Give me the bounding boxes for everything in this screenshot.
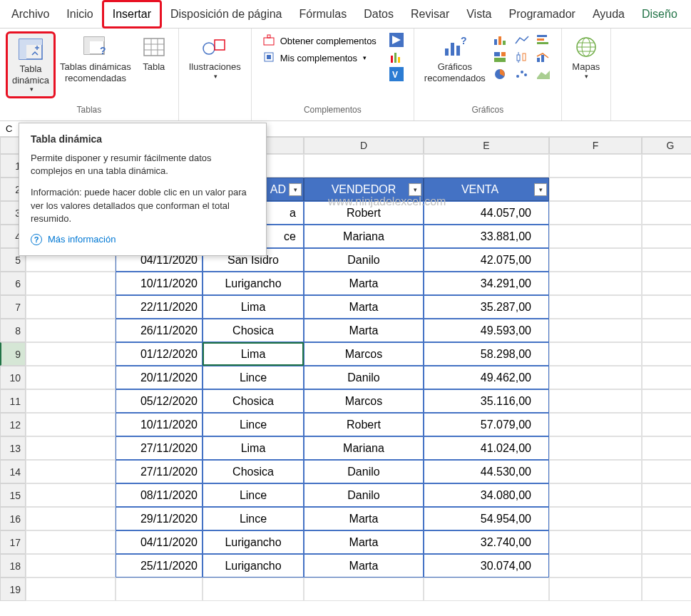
cell-A18[interactable] <box>26 554 116 578</box>
cell-A10[interactable] <box>26 366 116 389</box>
menu-programador[interactable]: Programador <box>501 2 584 26</box>
cell-G14[interactable] <box>642 460 691 483</box>
cell-G15[interactable] <box>642 483 691 507</box>
menu-revisar[interactable]: Revisar <box>402 2 458 26</box>
visio-icon[interactable]: V <box>389 67 405 83</box>
cell-F1[interactable] <box>549 154 642 178</box>
cell-A7[interactable] <box>26 295 116 319</box>
row-header-11[interactable]: 11 <box>0 389 26 413</box>
recommended-charts-button[interactable]: ? Gráficos recomendados <box>420 31 490 86</box>
cell-G13[interactable] <box>642 436 691 460</box>
cell-F2[interactable] <box>549 178 642 201</box>
cell-venta[interactable]: 30.074,00 <box>424 554 549 578</box>
cell-venta[interactable]: 49.462,00 <box>424 366 549 389</box>
cell-ciudad[interactable]: Lima <box>203 342 304 366</box>
cell-vendedor[interactable]: Mariana <box>304 225 424 248</box>
cell-F14[interactable] <box>549 460 642 483</box>
cell-venta[interactable]: 35.116,00 <box>424 389 549 413</box>
cell-A6[interactable] <box>26 272 116 295</box>
cell-F17[interactable] <box>549 530 642 554</box>
cell-A14[interactable] <box>26 460 116 483</box>
cell-vendedor[interactable]: Marta <box>304 319 424 342</box>
cell-ciudad[interactable]: Chosica <box>203 460 304 483</box>
cell-ciudad[interactable]: Lince <box>203 413 304 436</box>
row-header-16[interactable]: 16 <box>0 507 26 530</box>
row-header-12[interactable]: 12 <box>0 413 26 436</box>
cell-C19[interactable] <box>203 578 304 601</box>
cell-venta[interactable]: 42.075,00 <box>424 248 549 272</box>
cell-G1[interactable] <box>642 154 691 178</box>
cell-venta[interactable]: 58.298,00 <box>424 342 549 366</box>
cell-vendedor[interactable]: Danilo <box>304 460 424 483</box>
pie-chart-icon[interactable] <box>491 67 510 81</box>
row-header-14[interactable]: 14 <box>0 460 26 483</box>
cell-F7[interactable] <box>549 295 642 319</box>
cell-vendedor[interactable]: Danilo <box>304 248 424 272</box>
cell-fecha[interactable]: 22/11/2020 <box>116 295 203 319</box>
cell-F9[interactable] <box>549 342 642 366</box>
combo-chart-icon[interactable] <box>534 50 553 64</box>
cell-F11[interactable] <box>549 389 642 413</box>
cell-ciudad[interactable]: Lima <box>203 436 304 460</box>
menu-datos[interactable]: Datos <box>355 2 402 26</box>
cell-G9[interactable] <box>642 342 691 366</box>
row-header-13[interactable]: 13 <box>0 436 26 460</box>
pivot-table-button[interactable]: Tabla dinámica▾ <box>6 31 56 98</box>
col-header-G[interactable]: G <box>642 137 691 154</box>
cell-venta[interactable]: 35.287,00 <box>424 295 549 319</box>
cell-fecha[interactable]: 27/11/2020 <box>116 460 203 483</box>
col-header-E[interactable]: E <box>424 137 549 154</box>
cell-B19[interactable] <box>116 578 203 601</box>
cell-vendedor[interactable]: Marcos <box>304 389 424 413</box>
cell-vendedor[interactable]: Marta <box>304 507 424 530</box>
cell-venta[interactable]: 44.530,00 <box>424 460 549 483</box>
row-header-6[interactable]: 6 <box>0 272 26 295</box>
row-header-17[interactable]: 17 <box>0 530 26 554</box>
cell-venta[interactable]: 34.291,00 <box>424 272 549 295</box>
cell-G18[interactable] <box>642 554 691 578</box>
cell-A8[interactable] <box>26 319 116 342</box>
cell-vendedor[interactable]: Danilo <box>304 366 424 389</box>
illustrations-button[interactable]: Ilustraciones ▾ <box>185 31 245 83</box>
get-addins-button[interactable]: Obtener complementos <box>260 33 379 48</box>
menu-vista[interactable]: Vista <box>458 2 500 26</box>
cell-fecha[interactable]: 10/11/2020 <box>116 413 203 436</box>
menu-disposicion[interactable]: Disposición de página <box>162 2 291 26</box>
row-header-19[interactable]: 19 <box>0 578 26 601</box>
cell-E19[interactable] <box>424 578 549 601</box>
cell-vendedor[interactable]: Marta <box>304 272 424 295</box>
surface-chart-icon[interactable] <box>534 67 553 81</box>
cell-G12[interactable] <box>642 413 691 436</box>
cell-D1[interactable] <box>304 154 424 178</box>
menu-insertar[interactable]: Insertar <box>102 0 162 29</box>
table-header-venta[interactable]: VENTA▾ <box>424 178 549 201</box>
cell-A13[interactable] <box>26 436 116 460</box>
cell-fecha[interactable]: 29/11/2020 <box>116 507 203 530</box>
cell-fecha[interactable]: 04/11/2020 <box>116 530 203 554</box>
row-header-9[interactable]: 9 <box>0 342 26 366</box>
cell-A11[interactable] <box>26 389 116 413</box>
hierarchy-chart-icon[interactable] <box>491 50 510 64</box>
filter-button[interactable]: ▾ <box>534 183 547 196</box>
scatter-chart-icon[interactable] <box>513 67 531 81</box>
cell-vendedor[interactable]: Robert <box>304 201 424 225</box>
cell-venta[interactable]: 32.740,00 <box>424 530 549 554</box>
cell-ciudad[interactable]: Lima <box>203 295 304 319</box>
cell-E1[interactable] <box>424 154 549 178</box>
menu-ayuda[interactable]: Ayuda <box>584 2 633 26</box>
row-header-8[interactable]: 8 <box>0 319 26 342</box>
menu-formulas[interactable]: Fórmulas <box>291 2 356 26</box>
cell-G5[interactable] <box>642 248 691 272</box>
cell-D19[interactable] <box>304 578 424 601</box>
cell-vendedor[interactable]: Marta <box>304 554 424 578</box>
cell-ciudad[interactable]: Chosica <box>203 389 304 413</box>
cell-vendedor[interactable]: Mariana <box>304 436 424 460</box>
cell-vendedor[interactable]: Robert <box>304 413 424 436</box>
cell-G4[interactable] <box>642 225 691 248</box>
cell-G16[interactable] <box>642 507 691 530</box>
cell-A19[interactable] <box>26 578 116 601</box>
cell-ciudad[interactable]: Lince <box>203 366 304 389</box>
cell-fecha[interactable]: 10/11/2020 <box>116 272 203 295</box>
table-button[interactable]: Tabla <box>135 31 173 76</box>
cell-F5[interactable] <box>549 248 642 272</box>
